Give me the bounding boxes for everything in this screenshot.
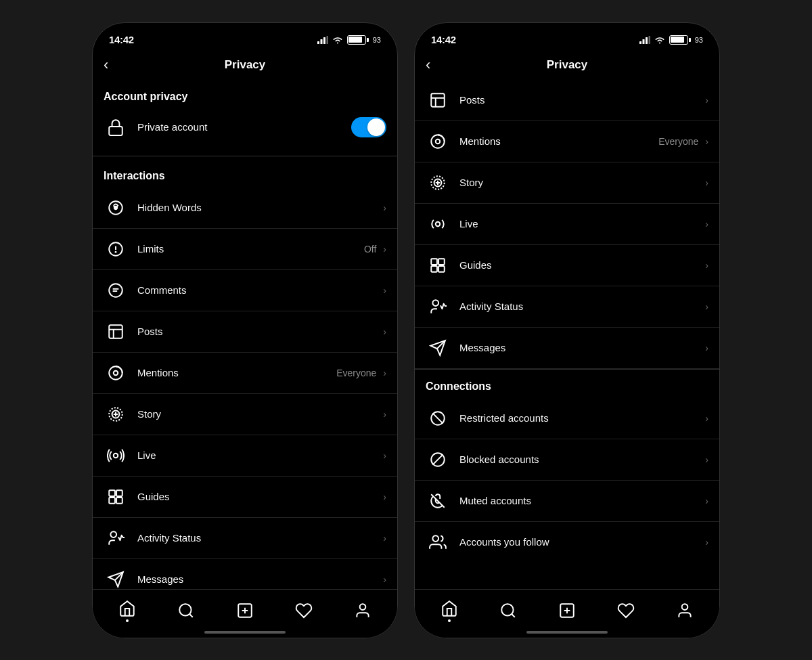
svg-point-10 — [109, 284, 122, 297]
private-account-toggle[interactable] — [351, 117, 386, 137]
story-icon-right — [426, 171, 450, 195]
mentions-sub-left: Everyone — [336, 368, 376, 378]
restricted-icon — [426, 406, 450, 431]
svg-rect-24 — [116, 490, 122, 496]
muted-chevron: › — [705, 496, 708, 506]
right-time: 14:42 — [431, 34, 456, 45]
live-chevron-left: › — [383, 450, 386, 461]
right-status-bar: 14:42 93 — [415, 23, 719, 53]
add-tab-right[interactable] — [550, 596, 584, 619]
left-back-button[interactable]: ‹ — [104, 56, 108, 74]
private-account-row[interactable]: Private account — [93, 108, 397, 150]
left-phone: 14:42 93 — [92, 22, 398, 638]
messages-label-right: Messages — [459, 342, 702, 353]
lock-icon — [104, 115, 128, 139]
mentions-chevron-right: › — [705, 136, 708, 147]
story-chevron-left: › — [383, 409, 386, 420]
restricted-label: Restricted accounts — [459, 412, 702, 424]
limits-item[interactable]: Limits Off › — [93, 229, 397, 270]
mentions-item-left[interactable]: Mentions Everyone › — [93, 353, 397, 394]
messages-label-left: Messages — [137, 573, 380, 585]
svg-point-6 — [114, 206, 117, 208]
comments-icon — [104, 278, 128, 303]
home-tab-left[interactable] — [110, 594, 144, 622]
mentions-label-left: Mentions — [137, 367, 336, 378]
activity-status-chevron-left: › — [383, 533, 386, 544]
search-tab-left[interactable] — [169, 596, 203, 619]
mentions-icon-right — [426, 129, 450, 154]
profile-tab-left[interactable] — [346, 596, 380, 619]
following-icon — [426, 530, 450, 554]
posts-chevron-right: › — [705, 95, 708, 106]
messages-item-left[interactable]: Messages › — [93, 559, 397, 590]
posts-item-left[interactable]: Posts › — [93, 311, 397, 353]
muted-label: Muted accounts — [459, 495, 702, 506]
messages-chevron-right: › — [705, 343, 708, 353]
story-item-right[interactable]: Story › — [415, 162, 719, 204]
add-tab-left[interactable] — [228, 596, 262, 619]
story-item-left[interactable]: Story › — [93, 394, 397, 435]
svg-rect-38 — [646, 37, 648, 44]
svg-rect-2 — [323, 37, 325, 44]
restricted-item[interactable]: Restricted accounts › — [415, 398, 719, 439]
guides-chevron-left: › — [383, 491, 386, 502]
svg-point-62 — [501, 604, 513, 615]
following-item[interactable]: Accounts you follow › — [415, 522, 719, 563]
blocked-item[interactable]: Blocked accounts › — [415, 439, 719, 481]
messages-icon-left — [104, 567, 128, 590]
activity-status-item-right[interactable]: Activity Status › — [415, 286, 719, 328]
hidden-words-item[interactable]: Hidden Words › — [93, 188, 397, 229]
live-item-left[interactable]: Live › — [93, 435, 397, 477]
svg-point-44 — [436, 139, 441, 144]
svg-point-61 — [432, 535, 438, 542]
posts-icon-left — [104, 320, 128, 344]
right-back-button[interactable]: ‹ — [426, 56, 430, 74]
svg-rect-50 — [431, 259, 437, 265]
left-content: Account privacy Private account Interact… — [93, 80, 397, 590]
mentions-icon-left — [104, 361, 128, 385]
comments-label: Comments — [137, 284, 380, 296]
comments-item[interactable]: Comments › — [93, 270, 397, 311]
guides-icon-right — [426, 253, 450, 278]
mentions-item-right[interactable]: Mentions Everyone › — [415, 121, 719, 162]
heart-tab-right[interactable] — [609, 596, 643, 619]
profile-tab-right[interactable] — [668, 596, 702, 619]
svg-rect-1 — [320, 39, 322, 44]
posts-item-right[interactable]: Posts › — [415, 80, 719, 121]
blocked-icon — [426, 447, 450, 472]
home-tab-right[interactable] — [432, 594, 466, 622]
muted-item[interactable]: Muted accounts › — [415, 481, 719, 522]
svg-rect-52 — [431, 266, 437, 272]
messages-item-right[interactable]: Messages › — [415, 328, 719, 369]
svg-line-58 — [432, 413, 443, 423]
connections-header: Connections — [415, 369, 719, 398]
guides-item-right[interactable]: Guides › — [415, 245, 719, 286]
search-tab-right[interactable] — [491, 596, 525, 619]
battery-icon — [347, 35, 366, 45]
mentions-sub-right: Everyone — [658, 136, 698, 147]
live-icon-right — [426, 212, 450, 236]
guides-label-left: Guides — [137, 491, 380, 502]
guides-item-left[interactable]: Guides › — [93, 477, 397, 518]
heart-tab-left[interactable] — [287, 596, 321, 619]
svg-rect-4 — [109, 126, 122, 135]
posts-chevron-left: › — [383, 326, 386, 337]
svg-rect-23 — [109, 490, 115, 496]
svg-rect-0 — [317, 41, 319, 44]
account-privacy-section: Account privacy Private account — [93, 80, 397, 156]
posts-label-right: Posts — [459, 94, 702, 106]
activity-status-item-left[interactable]: Activity Status › — [93, 518, 397, 559]
posts-label-left: Posts — [137, 326, 380, 337]
following-chevron: › — [705, 537, 708, 548]
guides-icon-left — [104, 485, 128, 509]
live-chevron-right: › — [705, 219, 708, 229]
mentions-chevron-left: › — [383, 368, 386, 378]
right-wifi-icon — [654, 36, 665, 44]
story-chevron-right: › — [705, 177, 708, 188]
left-status-bar: 14:42 93 — [93, 23, 397, 53]
live-item-right[interactable]: Live › — [415, 204, 719, 245]
restricted-chevron: › — [705, 413, 708, 424]
left-interactions-header: Interactions — [93, 159, 397, 188]
live-icon-left — [104, 443, 128, 468]
right-content: Posts › Mentions Everyone › Story › — [415, 80, 719, 590]
